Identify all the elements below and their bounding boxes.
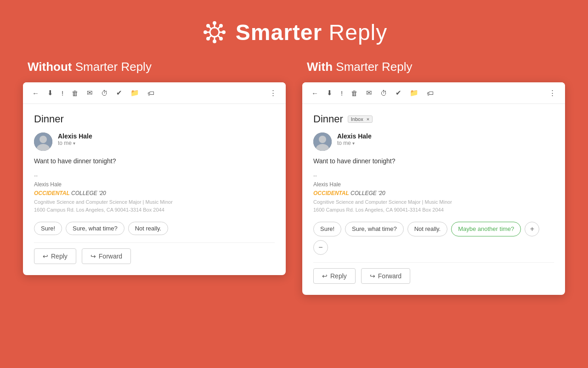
left-email-body: Dinner Alexis Hale [23, 104, 286, 275]
app-header: Smarter Reply [201, 18, 388, 46]
add-chip-button[interactable]: + [525, 222, 539, 236]
move-icon[interactable]: 📁 [129, 87, 141, 99]
right-chip-maybe[interactable]: Maybe another time? [451, 222, 521, 236]
comparison-panels: Without Smarter Reply ← ⬇ ! 🗑 ✉ ⏱ ✔ 📁 🏷 … [23, 60, 565, 295]
svg-point-14 [219, 37, 223, 40]
archive-icon[interactable]: ⬇ [325, 87, 334, 99]
forward-arrow-icon: ↪ [370, 272, 375, 280]
back-icon[interactable]: ← [30, 87, 41, 99]
svg-point-15 [219, 24, 223, 28]
right-avatar [313, 132, 332, 151]
left-action-buttons: ↩ Reply ↪ Forward [34, 242, 275, 266]
remove-chip-button[interactable]: − [313, 240, 328, 255]
back-icon[interactable]: ← [310, 87, 320, 99]
right-forward-button[interactable]: ↪ Forward [361, 268, 410, 284]
reply-arrow-icon: ↩ [43, 253, 48, 260]
right-sender-info: Alexis Hale to me ▾ [337, 132, 372, 146]
more-icon[interactable]: ⋮ [268, 87, 278, 99]
inbox-badge: Inbox × [348, 115, 373, 123]
right-email-card: ← ⬇ ! 🗑 ✉ ⏱ ✔ 📁 🏷 ⋮ Dinner Inbox × [302, 82, 565, 295]
svg-point-11 [204, 30, 207, 34]
right-email-message: Want to have dinner tonight? [313, 156, 554, 166]
left-sender-to: to me ▾ [58, 140, 92, 146]
left-panel: Without Smarter Reply ← ⬇ ! 🗑 ✉ ⏱ ✔ 📁 🏷 … [23, 60, 286, 295]
reply-arrow-icon: ↩ [322, 272, 328, 280]
svg-point-12 [222, 30, 226, 34]
sender-dropdown-icon[interactable]: ▾ [352, 141, 355, 146]
right-email-subject: Dinner Inbox × [313, 113, 554, 125]
done-icon[interactable]: ✔ [114, 87, 124, 99]
svg-point-9 [213, 21, 216, 25]
label-icon[interactable]: 🏷 [146, 87, 156, 99]
left-email-message: Want to have dinner tonight? [34, 156, 275, 166]
left-email-card: ← ⬇ ! 🗑 ✉ ⏱ ✔ 📁 🏷 ⋮ Dinner [23, 82, 286, 275]
left-email-signature: -- Alexis Hale OCCIDENTAL COLLEGE '20 Co… [34, 172, 275, 214]
archive-icon[interactable]: ⬇ [45, 87, 55, 99]
right-panel-label: With Smarter Reply [302, 60, 412, 74]
label-icon[interactable]: 🏷 [425, 87, 435, 99]
right-action-buttons: ↩ Reply ↪ Forward [313, 262, 554, 286]
left-sender-info: Alexis Hale to me ▾ [58, 132, 92, 146]
move-icon[interactable]: 📁 [408, 87, 420, 99]
right-email-signature: -- Alexis Hale OCCIDENTAL COLLEGE '20 Co… [313, 172, 554, 214]
svg-point-18 [40, 136, 47, 143]
delete-icon[interactable]: 🗑 [70, 87, 80, 99]
right-reply-button[interactable]: ↩ Reply [313, 268, 356, 284]
forward-arrow-icon: ↪ [90, 253, 96, 260]
report-icon[interactable]: ! [339, 87, 345, 99]
app-title: Smarter Reply [236, 20, 388, 45]
logo-icon [201, 18, 228, 46]
done-icon[interactable]: ✔ [394, 87, 403, 99]
mail-icon[interactable]: ✉ [85, 87, 95, 99]
svg-point-21 [319, 136, 326, 143]
svg-point-13 [206, 24, 210, 28]
sender-dropdown-icon[interactable]: ▾ [73, 141, 75, 146]
svg-point-10 [213, 40, 216, 43]
right-sender-to: to me ▾ [337, 140, 372, 146]
right-toolbar: ← ⬇ ! 🗑 ✉ ⏱ ✔ 📁 🏷 ⋮ [302, 82, 565, 104]
left-forward-button[interactable]: ↪ Forward [82, 248, 131, 264]
snooze-icon[interactable]: ⏱ [99, 87, 110, 99]
right-panel: With Smarter Reply ← ⬇ ! 🗑 ✉ ⏱ ✔ 📁 🏷 ⋮ D… [302, 60, 565, 295]
report-icon[interactable]: ! [60, 87, 65, 99]
right-sender-name: Alexis Hale [337, 132, 372, 140]
mail-icon[interactable]: ✉ [364, 87, 374, 99]
right-chip-no[interactable]: Not really. [407, 222, 448, 236]
snooze-icon[interactable]: ⏱ [379, 87, 389, 99]
left-sender-row: Alexis Hale to me ▾ [34, 132, 275, 151]
left-email-subject: Dinner [34, 113, 275, 125]
left-chip-time[interactable]: Sure, what time? [66, 222, 124, 235]
right-chip-time[interactable]: Sure, what time? [345, 222, 404, 236]
left-chip-no[interactable]: Not really. [128, 222, 169, 235]
left-avatar [34, 132, 52, 151]
left-reply-button[interactable]: ↩ Reply [34, 248, 76, 264]
right-email-body: Dinner Inbox × Alexi [302, 104, 565, 295]
left-panel-label: Without Smarter Reply [23, 60, 152, 74]
left-chip-sure[interactable]: Sure! [34, 222, 62, 235]
inbox-badge-close[interactable]: × [367, 116, 369, 122]
right-smart-replies: Sure! Sure, what time? Not really. Maybe… [313, 222, 554, 255]
right-chip-sure[interactable]: Sure! [313, 222, 341, 236]
left-toolbar: ← ⬇ ! 🗑 ✉ ⏱ ✔ 📁 🏷 ⋮ [23, 82, 286, 104]
more-icon[interactable]: ⋮ [547, 87, 558, 99]
delete-icon[interactable]: 🗑 [349, 87, 360, 99]
left-sender-name: Alexis Hale [58, 132, 92, 140]
right-sender-row: Alexis Hale to me ▾ [313, 132, 554, 151]
left-smart-replies: Sure! Sure, what time? Not really. [34, 222, 275, 235]
svg-point-16 [206, 37, 210, 40]
